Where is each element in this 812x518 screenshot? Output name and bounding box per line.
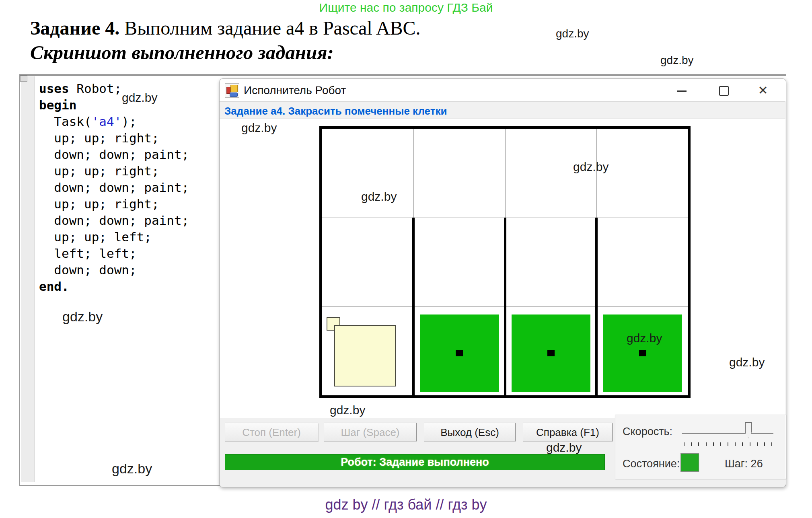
field-gridline-col	[505, 129, 506, 218]
slider-tick	[684, 442, 685, 446]
button-disabled-enter[interactable]: Стоп (Enter)	[225, 423, 318, 441]
slider-tick	[691, 442, 692, 446]
button-disabled-space[interactable]: Шаг (Space)	[324, 423, 417, 441]
slider-tick	[750, 442, 750, 446]
app-icon-yellow-block	[230, 85, 238, 92]
editor-corner-notch	[20, 76, 27, 82]
page-subtitle: Скриншот выполненного задания:	[30, 41, 334, 64]
button-enabled-esc[interactable]: Выход (Esc)	[424, 423, 516, 441]
slider-tick	[713, 442, 714, 446]
slider-tick	[764, 442, 765, 446]
maximize-button[interactable]	[715, 84, 732, 97]
speed-slider-ticks	[684, 442, 772, 447]
speed-slider-track[interactable]	[682, 433, 773, 434]
robot-executor-window: Исполнитель Робот ✕ Задание а4. Закрасит…	[219, 78, 786, 487]
gdz-watermark: gdz.by	[62, 309, 103, 325]
editor-gutter	[21, 76, 35, 482]
app-icon-blue-block	[230, 92, 238, 97]
button-enabled-f1[interactable]: Справка (F1)	[523, 423, 613, 441]
cell-mark	[639, 350, 646, 356]
window-title: Исполнитель Робот	[244, 84, 346, 97]
code-editor-text[interactable]: uses Robot;begin Task('a4'); up; up; rig…	[39, 80, 232, 295]
code-line: up; up; right;	[39, 163, 232, 179]
cell-mark	[547, 350, 555, 356]
code-line: down; down; paint;	[39, 179, 232, 196]
code-line: up; up; right;	[39, 130, 232, 146]
gdz-watermark: gdz.by	[556, 27, 589, 40]
slider-tick	[771, 442, 772, 446]
gdz-watermark: gdz.by	[627, 331, 662, 345]
painted-cell	[603, 314, 682, 392]
maximize-icon	[719, 86, 729, 96]
slider-tick	[720, 442, 721, 446]
code-line: up; up; left;	[39, 229, 232, 245]
code-line: Task('a4');	[39, 113, 232, 130]
robot	[334, 325, 396, 386]
page-title: Задание 4. Выполним задание а4 в Pascal …	[30, 17, 421, 39]
footer-seo-text: gdz by // гдз бай // гдз by	[0, 496, 812, 513]
slider-tick	[742, 442, 743, 446]
painted-cell	[512, 314, 591, 392]
gdz-watermark: gdz.by	[573, 160, 608, 174]
code-line: left; left;	[39, 245, 232, 262]
state-label: Состояние:	[623, 458, 680, 470]
code-line: end.	[39, 278, 232, 295]
gdz-watermark: gdz.by	[241, 121, 277, 135]
field-wall	[412, 218, 415, 395]
gdz-watermark: gdz.by	[361, 190, 397, 204]
state-indicator	[680, 453, 699, 472]
painted-cell	[420, 314, 499, 392]
status-bar: Робот: Задание выполнено	[225, 454, 605, 470]
field-gridline-col	[413, 129, 414, 218]
close-button[interactable]: ✕	[754, 84, 771, 97]
field-wall	[504, 218, 506, 395]
task-caption-strip: Задание а4. Закрасить помеченные клетки	[220, 101, 785, 119]
gdz-watermark: gdz.by	[112, 461, 152, 477]
speed-label: Скорость:	[623, 426, 672, 438]
slider-tick	[706, 442, 707, 446]
page-title-number: Задание 4.	[30, 17, 119, 39]
code-line: down; down; paint;	[39, 146, 232, 163]
seo-banner: Ищите нас по запросу ГДЗ Бай	[0, 1, 812, 14]
speed-state-panel: Скорость: Состояние: Шаг: 26	[615, 415, 786, 479]
robot-field	[319, 126, 691, 398]
gdz-watermark: gdz.by	[330, 403, 365, 417]
close-icon: ✕	[758, 84, 768, 97]
code-line: down; down; paint;	[39, 212, 232, 229]
page-title-text: Выполним задание а4 в Pascal ABC.	[119, 17, 420, 39]
slider-tick	[757, 442, 758, 446]
slider-tick	[728, 442, 728, 446]
gdz-watermark: gdz.by	[122, 91, 157, 105]
minimize-icon	[677, 90, 687, 92]
speed-slider-thumb[interactable]	[745, 422, 752, 438]
gdz-watermark: gdz.by	[729, 356, 765, 369]
gdz-watermark: gdz.by	[546, 441, 582, 454]
code-line: up; up; right;	[39, 196, 232, 212]
task-caption: Задание а4. Закрасить помеченные клетки	[224, 105, 447, 117]
minimize-button[interactable]	[673, 84, 690, 97]
cell-mark	[456, 350, 463, 356]
slider-tick	[735, 442, 736, 446]
step-counter: Шаг: 26	[725, 458, 763, 470]
gdz-watermark: gdz.by	[660, 54, 694, 67]
window-titlebar[interactable]: Исполнитель Робот ✕	[220, 79, 786, 101]
code-line: down; down;	[39, 262, 232, 278]
field-wall	[595, 218, 598, 395]
slider-tick	[698, 442, 699, 446]
app-icon	[225, 83, 239, 98]
